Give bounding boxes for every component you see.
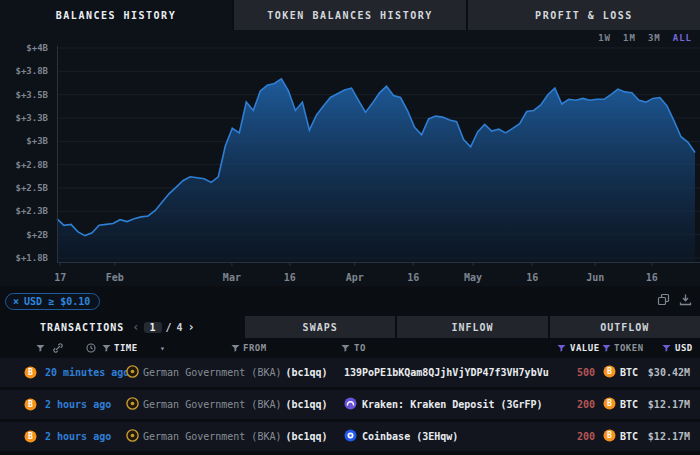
tx-to[interactable]: Kraken: Kraken Deposit (3GrFP) <box>344 390 543 419</box>
to-entity-icon <box>344 397 357 412</box>
y-axis-tick-label: $+2.8B <box>0 160 48 170</box>
to-entity-name: Kraken: Kraken Deposit (3GrFP) <box>362 399 543 410</box>
svg-text:B: B <box>607 367 612 376</box>
x-axis-tick-label: Mar <box>223 272 241 283</box>
transactions-tab-label: TRANSACTIONS <box>40 322 124 333</box>
btc-icon: B <box>603 397 616 412</box>
tx-token: B BTC <box>603 422 638 451</box>
column-to[interactable]: TO <box>354 338 366 358</box>
filter-toolbar: × USD ≥ $0.10 <box>0 286 700 316</box>
column-time[interactable]: TIME <box>114 338 138 358</box>
column-token[interactable]: TOKEN <box>614 338 644 358</box>
balances-area-chart[interactable] <box>0 44 700 266</box>
to-entity-name: Coinbase (3EHqw) <box>362 431 458 442</box>
tx-from[interactable]: German Government (BKA) (bc1qq) <box>126 390 328 419</box>
y-axis-tick-label: $+3.8B <box>0 66 48 76</box>
global-filter-icon[interactable] <box>36 338 45 358</box>
time-filter-icon[interactable] <box>102 338 111 358</box>
usd-filter-icon[interactable] <box>662 338 671 358</box>
from-address: (bc1qq) <box>285 431 327 442</box>
y-axis-tick-label: $+2B <box>0 230 48 240</box>
from-entity-icon <box>126 365 139 380</box>
tx-from[interactable]: German Government (BKA) (bc1qq) <box>126 422 328 451</box>
tab-swaps[interactable]: SWAPS <box>245 316 397 338</box>
from-entity-name: German Government (BKA) <box>143 367 281 378</box>
usd-filter-chip[interactable]: × USD ≥ $0.10 <box>5 293 100 310</box>
range-1w-button[interactable]: 1W <box>598 33 611 43</box>
from-address: (bc1qq) <box>285 367 327 378</box>
transaction-row[interactable]: B 20 minutes ago German Government (BKA)… <box>0 358 700 387</box>
chart-y-axis-labels: $+4B$+3.8B$+3.5B$+3.3B$+3B$+2.8B$+2.5B$+… <box>0 44 52 266</box>
range-1m-button[interactable]: 1M <box>623 33 636 43</box>
tx-time-link[interactable]: 2 hours ago <box>45 390 111 419</box>
x-axis-tick-label: 16 <box>526 272 538 283</box>
token-filter-icon[interactable] <box>602 338 611 358</box>
to-entity-icon <box>344 429 357 444</box>
svg-text:B: B <box>28 432 33 441</box>
y-axis-tick-label: $+3B <box>0 136 48 146</box>
download-icon[interactable] <box>679 293 692 306</box>
value-filter-icon[interactable] <box>557 338 566 358</box>
from-filter-icon[interactable] <box>231 338 240 358</box>
tab-transactions[interactable]: TRANSACTIONS ‹ 1 / 4 › <box>0 316 245 338</box>
column-value[interactable]: VALUE <box>570 338 600 358</box>
y-axis-tick-label: $+2.5B <box>0 183 48 193</box>
transaction-row[interactable]: B 2 hours ago German Government (BKA) (b… <box>0 422 700 451</box>
tx-token: B BTC <box>603 358 638 387</box>
btc-icon: B <box>603 365 616 380</box>
page-separator: / <box>166 322 173 333</box>
chart-series <box>57 79 695 262</box>
tab-outflow[interactable]: OUTFLOW <box>550 316 700 338</box>
range-3m-button[interactable]: 3M <box>648 33 661 43</box>
from-address: (bc1qq) <box>285 399 327 410</box>
tab-token-balances-history[interactable]: TOKEN BALANCES HISTORY <box>234 0 468 30</box>
tx-to[interactable]: Coinbase (3EHqw) <box>344 422 458 451</box>
to-filter-icon[interactable] <box>341 338 350 358</box>
tx-time-link[interactable]: 2 hours ago <box>45 422 111 451</box>
tx-usd-value: $30.42M <box>635 358 690 387</box>
from-entity-icon <box>126 429 139 444</box>
chart-x-axis-labels: 17FebMar16Apr16May16Jun16 <box>0 272 700 286</box>
y-axis-tick-label: $+1.8B <box>0 253 48 263</box>
column-from[interactable]: FROM <box>243 338 267 358</box>
tab-inflow[interactable]: INFLOW <box>397 316 549 338</box>
transactions-tab-bar: TRANSACTIONS ‹ 1 / 4 › SWAPS INFLOW OUTF… <box>0 316 700 338</box>
pagination: ‹ 1 / 4 › <box>132 320 196 334</box>
link-filter-icon[interactable] <box>53 338 63 358</box>
from-entity-name: German Government (BKA) <box>143 431 281 442</box>
y-axis-tick-label: $+3.3B <box>0 113 48 123</box>
svg-text:B: B <box>28 368 33 377</box>
tx-value: 500 <box>540 358 595 387</box>
copy-icon[interactable] <box>657 293 670 306</box>
page-current: 1 <box>144 322 161 333</box>
range-all-button[interactable]: ALL <box>673 33 692 43</box>
transactions-table-header: TIME ▾ FROM TO VALUE TOKEN USD <box>0 338 700 358</box>
btc-icon: B <box>603 429 616 444</box>
svg-text:B: B <box>28 400 33 409</box>
tx-time-link[interactable]: 20 minutes ago <box>45 358 129 387</box>
column-usd[interactable]: USD <box>675 338 693 358</box>
tx-token: B BTC <box>603 390 638 419</box>
tx-from[interactable]: German Government (BKA) (bc1qq) <box>126 358 328 387</box>
tab-profit-and-loss[interactable]: PROFIT & LOSS <box>468 0 700 30</box>
page-prev-button[interactable]: ‹ <box>132 320 140 334</box>
page-next-button[interactable]: › <box>188 320 196 334</box>
y-axis-tick-label: $+3.5B <box>0 90 48 100</box>
time-sort-caret-icon[interactable]: ▾ <box>160 338 165 358</box>
token-coin-icon: B <box>24 358 37 387</box>
token-coin-icon: B <box>24 390 37 419</box>
clock-icon[interactable] <box>86 338 96 358</box>
tx-value: 200 <box>540 390 595 419</box>
from-entity-name: German Government (BKA) <box>143 399 281 410</box>
token-coin-icon: B <box>24 422 37 451</box>
x-axis-tick-label: May <box>464 272 482 283</box>
x-axis-tick-label: 16 <box>407 272 419 283</box>
x-axis-tick-label: Apr <box>346 272 364 283</box>
transactions-table-body: B 20 minutes ago German Government (BKA)… <box>0 358 700 451</box>
transaction-row[interactable]: B 2 hours ago German Government (BKA) (b… <box>0 390 700 419</box>
chip-label: USD ≥ $0.10 <box>24 296 90 307</box>
tab-balances-history[interactable]: BALANCES HISTORY <box>0 0 234 30</box>
tx-to[interactable]: 139PoPE1bKQam8QJjhVjYDP47f3VH7ybVu <box>344 358 549 387</box>
chip-close-icon[interactable]: × <box>13 296 19 307</box>
x-axis-tick-label: Feb <box>106 272 124 283</box>
